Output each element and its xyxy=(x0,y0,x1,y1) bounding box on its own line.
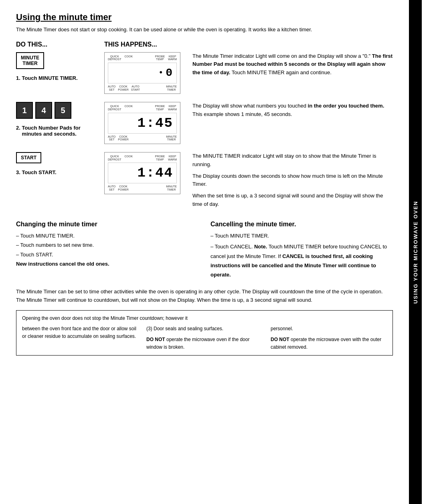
minute-timer-button[interactable]: MINUTE TIMER xyxy=(16,52,44,69)
happens-text-1: The Minute Timer indicator Light will co… xyxy=(192,52,393,77)
footer-intro: Opening the oven door does not stop the … xyxy=(22,315,387,322)
numpad-row: 1 4 5 xyxy=(16,102,71,119)
microwave-display-1: QUICKDEFROST COOK PROBETEMP KEEPWARM •0 xyxy=(104,52,180,94)
do-this-col-1: MINUTE TIMER 1. Touch MINUTE TIMER. xyxy=(16,52,104,81)
microwave-display-2: QUICKDEFROST COOK PROBETEMP KEEPWARM 1:4… xyxy=(104,102,180,144)
start-button[interactable]: START xyxy=(16,152,41,163)
col-do-this-header: DO THIS... xyxy=(16,41,104,48)
footer-col-2: (3) Door seals and sealing surfaces. DO … xyxy=(146,325,263,352)
instructions-header: DO THIS... THIS HAPPENS... xyxy=(16,41,393,48)
step-2-label: 2. Touch Number Pads for minutes and sec… xyxy=(16,125,81,137)
happens-text-3: The MINUTE TIMER indicator Light will st… xyxy=(192,152,393,209)
display-bottom-row-1: AUTOSET COOKPOWER AUTOSTART MINUTETIMER xyxy=(108,85,177,91)
step-row-1: MINUTE TIMER 1. Touch MINUTE TIMER. QUIC… xyxy=(16,52,393,94)
display-image-3: QUICKDEFROST COOK PROBETEMP KEEPWARM 1:4… xyxy=(104,152,184,194)
display-image-2: QUICKDEFROST COOK PROBETEMP KEEPWARM 1:4… xyxy=(104,102,184,144)
changing-title: Changing the minute timer xyxy=(16,221,198,228)
happens-col-1: QUICKDEFROST COOK PROBETEMP KEEPWARM •0 xyxy=(104,52,393,94)
display-screen-1: •0 xyxy=(108,63,177,83)
microwave-display-3: QUICKDEFROST COOK PROBETEMP KEEPWARM 1:4… xyxy=(104,152,180,194)
col-this-happens-header: THIS HAPPENS... xyxy=(104,41,393,48)
footer-box: Opening the oven door does not stop the … xyxy=(16,310,393,356)
display-image-1: QUICKDEFROST COOK PROBETEMP KEEPWARM •0 xyxy=(104,52,184,94)
happens-text-2: The Display will show what numbers you t… xyxy=(192,102,393,119)
do-this-col-2: 1 4 5 2. Touch Number Pads for minutes a… xyxy=(16,102,104,137)
numpad-btn-4[interactable]: 4 xyxy=(35,102,52,119)
step-3-label: 3. Touch START. xyxy=(16,169,57,175)
step-1-label: 1. Touch MINUTE TIMER. xyxy=(16,75,78,81)
footer-cols: between the oven front face and the door… xyxy=(22,325,387,352)
display-screen-3: 1:44 xyxy=(108,163,177,183)
steps-area: MINUTE TIMER 1. Touch MINUTE TIMER. QUIC… xyxy=(16,52,393,209)
happens-col-2: QUICKDEFROST COOK PROBETEMP KEEPWARM 1:4… xyxy=(104,102,393,144)
bottom-paragraph: The Minute Timer can be set to time othe… xyxy=(16,288,393,305)
two-col-section: Changing the minute timer – Touch MINUTE… xyxy=(16,221,393,280)
cancelling-list: – Touch MINUTE TIMER. – Touch CANCEL. No… xyxy=(210,231,393,280)
display-screen-2: 1:45 xyxy=(108,113,177,134)
main-content: Using the minute timer The Minute Timer … xyxy=(0,0,409,504)
page-wrapper: Using the minute timer The Minute Timer … xyxy=(0,0,433,504)
changing-section: Changing the minute timer – Touch MINUTE… xyxy=(16,221,198,280)
side-tab: USING YOUR MICROWAVE OVEN xyxy=(409,0,422,504)
intro-text: The Minute Timer does not start or stop … xyxy=(16,26,393,34)
cancelling-title: Cancelling the minute timer. xyxy=(210,221,393,228)
cancelling-section: Cancelling the minute timer. – Touch MIN… xyxy=(210,221,393,280)
display-top-row-1: QUICKDEFROST COOK PROBETEMP KEEPWARM xyxy=(108,55,177,61)
numpad-btn-5[interactable]: 5 xyxy=(55,102,71,119)
display-top-row-3: QUICKDEFROST COOK PROBETEMP KEEPWARM xyxy=(108,155,177,161)
footer-col-1: between the oven front face and the door… xyxy=(22,325,138,352)
footer-col-3: personnel. DO NOT operate the microwave … xyxy=(271,325,387,352)
page-title: Using the minute timer xyxy=(16,12,393,22)
step-row-3: START 3. Touch START. QUICKDEFROST COOK xyxy=(16,152,393,209)
display-bottom-row-3: AUTOSET COOKPOWER MINUTETIMER xyxy=(108,185,177,191)
display-bottom-row-2: AUTOSET COOKPOWER MINUTETIMER xyxy=(108,135,177,141)
changing-list: – Touch MINUTE TIMER. – Touch numbers to… xyxy=(16,231,198,269)
numpad-btn-1[interactable]: 1 xyxy=(16,102,33,119)
do-this-col-3: START 3. Touch START. xyxy=(16,152,104,175)
happens-col-3: QUICKDEFROST COOK PROBETEMP KEEPWARM 1:4… xyxy=(104,152,393,209)
side-tab-text: USING YOUR MICROWAVE OVEN xyxy=(413,201,419,304)
step-row-2: 1 4 5 2. Touch Number Pads for minutes a… xyxy=(16,102,393,144)
display-top-row-2: QUICKDEFROST COOK PROBETEMP KEEPWARM xyxy=(108,105,177,111)
